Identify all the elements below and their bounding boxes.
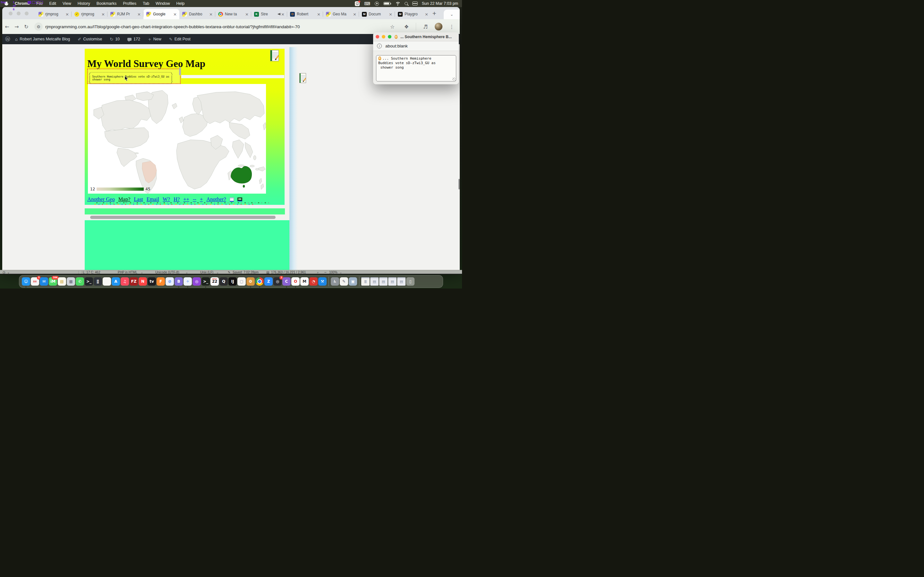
link-another[interactable]: Another?	[206, 196, 226, 203]
tab-playground[interactable]: MPlaygro×	[395, 9, 431, 19]
dock-item-notes[interactable]: ▤	[58, 277, 66, 285]
dock-item-bbedit[interactable]: B	[174, 277, 183, 285]
link-w[interactable]: W?	[163, 196, 170, 203]
dock-item-window-doc[interactable]: ≣	[361, 277, 370, 285]
popup-close-button[interactable]	[376, 35, 379, 39]
dock-item-speedtest[interactable]: ◔	[309, 277, 318, 285]
adminbar-customise[interactable]: ✐Customise	[75, 37, 105, 42]
close-tab-icon[interactable]: ×	[208, 12, 213, 17]
clock-icon[interactable]: ◷	[3, 271, 5, 274]
tab-geo-map[interactable]: ✎Geo Ma×	[323, 9, 359, 19]
tab-new-tab[interactable]: New ta×	[215, 9, 251, 19]
battery-icon[interactable]	[383, 2, 391, 5]
dock-item-cat[interactable]: C	[282, 277, 291, 285]
control-center-icon[interactable]	[412, 2, 417, 5]
close-tab-icon[interactable]: ×	[388, 12, 393, 17]
extensions-icon[interactable]: ❖	[402, 24, 411, 30]
dock-item-window-3[interactable]: ▤	[388, 277, 397, 285]
close-tab-icon[interactable]: ×	[424, 12, 429, 17]
notepad-pencil-icon-small[interactable]	[299, 73, 306, 83]
adminbar-new[interactable]: +New	[145, 37, 164, 42]
menu-history[interactable]: History	[74, 1, 94, 6]
speech-bubble-textarea[interactable]: ________________________________________…	[87, 69, 181, 84]
dock-item-window-2[interactable]: ▤	[379, 277, 388, 285]
close-tab-icon[interactable]: ×	[280, 12, 285, 17]
tab-rjmprog-2[interactable]: ✓rjmprog×	[71, 9, 107, 19]
address-bar[interactable]: rjmprogramming.com.au/ITblog/google-char…	[45, 24, 383, 29]
close-tab-icon[interactable]: ×	[317, 12, 321, 17]
dock-item-mail[interactable]: ✉	[40, 277, 48, 285]
status-line-ending[interactable]: Unix (LF)	[200, 271, 213, 274]
dock-item-accessibility[interactable]: ♿	[331, 277, 339, 285]
tab-robert[interactable]: ORobert×	[287, 9, 323, 19]
dock-item-tooth[interactable]: M	[300, 277, 309, 285]
dock-item-preview[interactable]: ✎	[340, 277, 348, 285]
dock-item-calendar[interactable]: 22MAR	[210, 277, 219, 285]
dock-item-camera[interactable]: ◎2	[273, 277, 282, 285]
dock-item-filezilla[interactable]: FZ	[129, 277, 138, 285]
adminbar-edit-post[interactable]: ✎Edit Post	[166, 37, 194, 42]
link-h[interactable]: H?	[174, 196, 180, 203]
zoom-out-icon[interactable]: −	[324, 271, 326, 274]
dock-item-facetime[interactable]: ✆	[76, 277, 84, 285]
tab-search-chevron[interactable]: ⌄	[444, 10, 460, 19]
popup-minimize-button[interactable]	[382, 35, 385, 39]
adminbar-site-name[interactable]: ⌂Robert James Metcalfe Blog	[12, 37, 73, 42]
tab-google-active[interactable]: ✎Google×	[144, 9, 179, 19]
playback-icon[interactable]	[375, 2, 379, 6]
dock-item-launchpad[interactable]: ▦	[67, 277, 75, 285]
dock-item-palette[interactable]: ❂	[246, 277, 255, 285]
keyboard-icon[interactable]: ⌨	[364, 1, 370, 6]
notepad-pencil-icon[interactable]	[270, 50, 279, 61]
menu-view[interactable]: View	[59, 1, 74, 6]
zoom-window-button[interactable]	[25, 11, 29, 15]
status-encoding[interactable]: Unicode (UTF-8)	[155, 271, 179, 274]
dock-item-chrome[interactable]	[255, 277, 264, 285]
adminbar-updates[interactable]: ↻10	[107, 37, 123, 42]
magnifier-icon[interactable]: ⌕	[317, 271, 319, 274]
tab-audio-icon[interactable]	[278, 13, 280, 15]
link-plusplus[interactable]: ++	[183, 196, 189, 203]
wordpress-logo-icon[interactable]: Ⓦ	[5, 36, 10, 43]
dock-item-terminal-2[interactable]: >_	[202, 277, 210, 285]
chrome-menu-icon[interactable]: ⋮	[447, 24, 457, 30]
forward-button[interactable]: →	[12, 24, 21, 30]
link-last[interactable]: Last	[134, 196, 143, 203]
new-tab-button[interactable]: +	[432, 10, 436, 16]
tab-rjmprog-1[interactable]: ✎rjmprog×	[36, 9, 71, 19]
dock-item-terminal[interactable]: >_	[85, 277, 93, 285]
notification-app-icon[interactable]: ☺	[355, 1, 360, 6]
link-plus[interactable]: +	[200, 196, 203, 203]
dock-item-intellij[interactable]: IJ	[228, 277, 237, 285]
popup-title-bar[interactable]: ... Southern Hemisphere B...	[373, 32, 459, 41]
horizontal-scrollbar-thumb[interactable]	[90, 216, 276, 219]
wifi-icon[interactable]	[395, 2, 400, 5]
dock-item-app-store[interactable]: A	[111, 277, 120, 285]
close-window-button[interactable]	[9, 11, 13, 15]
dock-item-trash[interactable]: ▯	[406, 277, 415, 285]
dock-item-dialer[interactable]: ⣿	[94, 277, 102, 285]
tab-stream[interactable]: KStre×	[251, 9, 287, 19]
close-tab-icon[interactable]: ×	[101, 12, 105, 17]
link-email[interactable]: Email	[147, 196, 159, 203]
close-tab-icon[interactable]: ×	[352, 12, 357, 17]
dock-item-apple-tv[interactable]: tv	[148, 277, 156, 285]
page-scroll-strip[interactable]	[289, 47, 298, 270]
menu-window[interactable]: Window	[152, 1, 173, 6]
popup-zoom-button[interactable]	[388, 35, 391, 39]
dock-item-quicktime[interactable]: Q	[220, 277, 228, 285]
link-another-geo[interactable]: Another Geo	[87, 196, 115, 203]
dock-item-news[interactable]: N	[139, 277, 147, 285]
popup-textarea[interactable]: ... Southern Hemisphere Buddies vote sD-…	[376, 55, 456, 81]
tab-dashboard[interactable]: ✎Dashbo×	[179, 9, 215, 19]
dock-item-finder[interactable]: ☺	[22, 277, 30, 285]
dock-item-window-1[interactable]: ▤	[370, 277, 379, 285]
profile-avatar[interactable]	[435, 23, 443, 31]
dock-item-libreoffice[interactable]: ▢	[237, 277, 246, 285]
menu-bookmarks[interactable]: Bookmarks	[94, 1, 120, 6]
link-map[interactable]: Map?	[118, 196, 131, 203]
browser-scrollbar-thumb[interactable]	[459, 179, 460, 189]
dock-item-firefox[interactable]: F	[157, 277, 165, 285]
bookmark-star-icon[interactable]: ☆	[388, 24, 397, 30]
menu-edit[interactable]: Edit	[46, 1, 59, 6]
